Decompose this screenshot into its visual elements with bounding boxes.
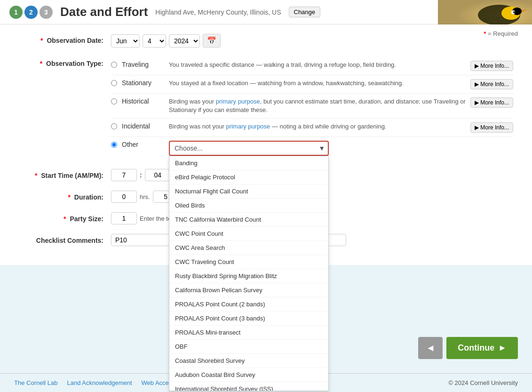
dropdown-item-coastal[interactable]: Coastal Shorebird Survey bbox=[169, 354, 328, 368]
incidental-primary-link[interactable]: primary purpose bbox=[226, 123, 270, 130]
required-text: = Required bbox=[488, 30, 518, 37]
traveling-radio[interactable] bbox=[111, 62, 117, 68]
label-text: Duration: bbox=[74, 193, 103, 201]
step-3: 3 bbox=[40, 6, 53, 19]
step-2: 2 bbox=[24, 6, 38, 19]
obs-type-historical: Historical Birding was your primary purp… bbox=[111, 94, 513, 119]
stationary-radio[interactable] bbox=[111, 80, 117, 86]
traveling-label: Traveling bbox=[122, 61, 164, 68]
party-size-input[interactable] bbox=[111, 212, 137, 224]
other-label: Other bbox=[122, 141, 164, 148]
observation-date-label: * Observation Date: bbox=[19, 34, 103, 44]
footer-copyright: © 2024 Cornell University bbox=[448, 379, 518, 386]
stationary-desc: You stayed at a fixed location — watchin… bbox=[169, 79, 466, 88]
back-button[interactable]: ◄ bbox=[418, 337, 443, 359]
location-text: Highland Ave, McHenry County, Illinois, … bbox=[155, 8, 281, 16]
change-location-button[interactable]: Change bbox=[289, 7, 321, 17]
observation-type-label: * Observation Type: bbox=[19, 57, 103, 67]
dropdown-item-proalas-3[interactable]: PROALAS Point Count (3 bands) bbox=[169, 312, 328, 326]
duration-hours-input[interactable] bbox=[111, 191, 137, 203]
observation-types: Traveling You traveled a specific distan… bbox=[111, 57, 513, 160]
observation-date-row: * Observation Date: JanFebMarAprMay JunJ… bbox=[19, 34, 513, 48]
stationary-more-info-button[interactable]: ▶ More Info... bbox=[470, 79, 513, 89]
traveling-desc: You traveled a specific distance — walki… bbox=[169, 61, 466, 69]
day-select[interactable]: 1234 5678910 1112131415 1617181920 21222… bbox=[143, 34, 166, 48]
label-text: Observation Type: bbox=[46, 60, 103, 67]
checklist-comments-label: Checklist Comments: bbox=[19, 234, 103, 244]
back-icon: ◄ bbox=[426, 343, 435, 353]
step-1: 1 bbox=[9, 6, 23, 19]
dropdown-item-nocturnal[interactable]: Nocturnal Flight Call Count bbox=[169, 184, 328, 199]
dropdown-item-ebird-pelagic[interactable]: eBird Pelagic Protocol bbox=[169, 170, 328, 184]
obs-type-other: Other Choose... Banding eBird Pelagic Pr… bbox=[111, 137, 513, 160]
other-dropdown-container: Choose... Banding eBird Pelagic Protocol… bbox=[169, 141, 329, 156]
incidental-radio[interactable] bbox=[111, 123, 117, 129]
footer-link-cornell-lab[interactable]: The Cornell Lab bbox=[14, 379, 58, 386]
hour-input[interactable] bbox=[111, 169, 137, 181]
dropdown-item-oiled[interactable]: Oiled Birds bbox=[169, 199, 328, 213]
page-title: Date and Effort bbox=[60, 5, 148, 19]
dropdown-item-rusty[interactable]: Rusty Blackbird Spring Migration Blitz bbox=[169, 269, 328, 283]
label-text: Start Time (AM/PM): bbox=[41, 172, 103, 179]
required-marker: * bbox=[40, 37, 43, 44]
minute-input[interactable] bbox=[145, 169, 171, 181]
obs-type-traveling: Traveling You traveled a specific distan… bbox=[111, 57, 513, 75]
continue-button[interactable]: Continue ► bbox=[446, 337, 518, 359]
required-note: * = Required bbox=[484, 30, 518, 37]
date-group: JanFebMarAprMay JunJulAugSep OctNovDec 1… bbox=[111, 34, 221, 48]
dropdown-item-tnc[interactable]: TNC California Waterbird Count bbox=[169, 213, 328, 227]
svg-point-6 bbox=[513, 11, 515, 13]
other-radio[interactable] bbox=[111, 142, 117, 148]
dropdown-list: Banding eBird Pelagic Protocol Nocturnal… bbox=[169, 156, 329, 391]
incidental-desc: Birding was not your primary purpose — n… bbox=[169, 122, 466, 131]
step-indicators: 1 2 3 bbox=[9, 6, 53, 19]
dropdown-item-ca-pelican[interactable]: California Brown Pelican Survey bbox=[169, 283, 328, 297]
historical-desc: Birding was your primary purpose, but yo… bbox=[169, 97, 466, 114]
dropdown-item-iss[interactable]: International Shorebird Survey (ISS) bbox=[169, 382, 328, 391]
dropdown-item-banding[interactable]: Banding bbox=[169, 156, 328, 170]
incidental-label: Incidental bbox=[122, 122, 164, 130]
dropdown-wrapper: Choose... Banding eBird Pelagic Protocol… bbox=[169, 141, 329, 156]
continue-label: Continue bbox=[458, 343, 494, 353]
dropdown-item-audubon[interactable]: Audubon Coastal Bird Survey bbox=[169, 368, 328, 382]
label-text: Observation Date: bbox=[47, 37, 103, 44]
dropdown-item-proalas-2[interactable]: PROALAS Point Count (2 bands) bbox=[169, 297, 328, 312]
historical-more-info-button[interactable]: ▶ More Info... bbox=[470, 97, 513, 108]
nav-buttons: ◄ Continue ► bbox=[418, 337, 518, 359]
dropdown-item-cwc-point[interactable]: CWC Point Count bbox=[169, 227, 328, 241]
dropdown-item-obf[interactable]: OBF bbox=[169, 340, 328, 354]
traveling-more-info-button[interactable]: ▶ More Info... bbox=[470, 61, 513, 71]
main-content: * = Required * Observation Date: JanFebM… bbox=[0, 24, 532, 265]
historical-label: Historical bbox=[122, 97, 164, 105]
calendar-button[interactable]: 📅 bbox=[203, 34, 221, 48]
historical-radio[interactable] bbox=[111, 98, 117, 104]
start-time-label: * Start Time (AM/PM): bbox=[19, 169, 103, 179]
label-text: Checklist Comments: bbox=[36, 237, 103, 244]
year-select[interactable]: 202220232024 bbox=[169, 34, 200, 48]
dropdown-item-cwc-area[interactable]: CWC Area Search bbox=[169, 241, 328, 255]
hours-label: hrs. bbox=[140, 193, 150, 200]
header: 1 2 3 Date and Effort Highland Ave, McHe… bbox=[0, 0, 532, 24]
dropdown-item-cwc-traveling[interactable]: CWC Traveling Count bbox=[169, 255, 328, 269]
stationary-label: Stationary bbox=[122, 79, 164, 87]
observation-type-row: * Observation Type: Traveling You travel… bbox=[19, 57, 513, 160]
obs-type-stationary: Stationary You stayed at a fixed locatio… bbox=[111, 75, 513, 94]
other-type-select[interactable]: Choose... Banding eBird Pelagic Protocol… bbox=[169, 141, 329, 156]
continue-icon: ► bbox=[498, 343, 507, 353]
month-select[interactable]: JanFebMarAprMay JunJulAugSep OctNovDec bbox=[111, 34, 140, 48]
label-text: Party Size: bbox=[70, 215, 103, 223]
incidental-more-info-button[interactable]: ▶ More Info... bbox=[470, 122, 513, 133]
time-separator: : bbox=[140, 171, 142, 179]
required-star: * bbox=[484, 30, 486, 37]
obs-type-incidental: Incidental Birding was not your primary … bbox=[111, 119, 513, 137]
dropdown-item-proalas-mini[interactable]: PROALAS Mini-transect bbox=[169, 326, 328, 340]
footer-link-land-ack[interactable]: Land Acknowledgement bbox=[67, 379, 132, 386]
duration-label: * Duration: bbox=[19, 191, 103, 201]
historical-primary-link[interactable]: primary purpose bbox=[216, 98, 260, 105]
party-size-label: * Party Size: bbox=[19, 212, 103, 223]
